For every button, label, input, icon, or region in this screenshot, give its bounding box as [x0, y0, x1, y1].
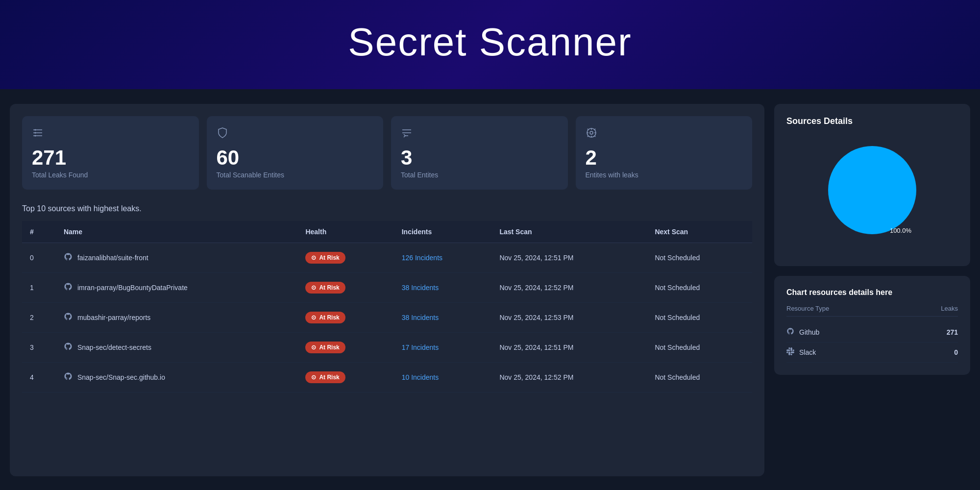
table-row: 4 Snap-sec/Snap-sec.github.io ⊙ At Risk: [22, 363, 752, 392]
stat-label-leaks: Total Leaks Found: [32, 171, 189, 179]
page-header: Secret Scanner: [0, 0, 980, 89]
resource-row: Slack 0: [786, 343, 958, 363]
svg-point-15: [594, 129, 595, 130]
cell-name: Snap-sec/Snap-sec.github.io: [56, 363, 297, 392]
right-panel: Sources Details 100.0% Chart resources d…: [774, 104, 970, 476]
cell-next-scan: Not Scheduled: [647, 303, 752, 333]
sources-title: Sources Details: [786, 116, 958, 126]
cell-next-scan: Not Scheduled: [647, 273, 752, 303]
leaks-icon: [32, 127, 189, 142]
leaks-table: # Name Health Incidents Last Scan Next S…: [22, 221, 752, 392]
cell-last-scan: Nov 25, 2024, 12:51 PM: [491, 333, 647, 363]
col-header-health: Health: [297, 221, 393, 243]
github-repo-icon: [64, 282, 73, 294]
resource-header-leaks: Leaks: [941, 305, 958, 312]
cell-health: ⊙ At Risk: [297, 243, 393, 273]
col-header-incidents: Incidents: [394, 221, 492, 243]
pie-chart: 100.0%: [818, 136, 926, 244]
cell-name: faizanalibhat/suite-front: [56, 243, 297, 273]
left-panel: 271 Total Leaks Found 60 Total Scanable …: [10, 104, 764, 476]
cell-index: 4: [22, 363, 56, 392]
cell-health: ⊙ At Risk: [297, 303, 393, 333]
svg-point-2: [35, 129, 36, 131]
stat-label-leaky-entities: Entites with leaks: [586, 171, 743, 179]
stat-card-scanable: 60 Total Scanable Entites: [207, 116, 384, 190]
cell-name: Snap-sec/detect-secrets: [56, 333, 297, 363]
resource-table-header: Resource Type Leaks: [786, 305, 958, 317]
main-content: 271 Total Leaks Found 60 Total Scanable …: [0, 89, 980, 490]
pie-chart-container: 100.0%: [786, 136, 958, 244]
cell-incidents: 38 Incidents: [394, 303, 492, 333]
table-section-title: Top 10 sources with highest leaks.: [22, 204, 752, 213]
cell-next-scan: Not Scheduled: [647, 333, 752, 363]
github-repo-icon: [64, 252, 73, 264]
svg-point-5: [35, 135, 36, 137]
chart-details-title: Chart resources details here: [786, 288, 958, 297]
cell-next-scan: Not Scheduled: [647, 243, 752, 273]
cell-health: ⊙ At Risk: [297, 333, 393, 363]
cell-index: 2: [22, 303, 56, 333]
resource-row: Github 271: [786, 322, 958, 343]
cell-name: imran-parray/BugBountyDataPrivate: [56, 273, 297, 303]
entities-icon: [401, 127, 558, 142]
resource-label: Github: [799, 328, 819, 336]
pie-label: 100.0%: [890, 227, 911, 234]
table-header-row: # Name Health Incidents Last Scan Next S…: [22, 221, 752, 243]
cell-last-scan: Nov 25, 2024, 12:51 PM: [491, 243, 647, 273]
cell-incidents: 10 Incidents: [394, 363, 492, 392]
cell-incidents: 38 Incidents: [394, 273, 492, 303]
stat-number-scanable: 60: [217, 147, 374, 168]
stats-row: 271 Total Leaks Found 60 Total Scanable …: [22, 116, 752, 190]
stat-label-entities: Total Entites: [401, 171, 558, 179]
cell-incidents: 126 Incidents: [394, 243, 492, 273]
cell-last-scan: Nov 25, 2024, 12:53 PM: [491, 303, 647, 333]
stat-label-scanable: Total Scanable Entites: [217, 171, 374, 179]
cell-health: ⊙ At Risk: [297, 363, 393, 392]
sources-card: Sources Details 100.0%: [774, 104, 970, 266]
cell-incidents: 17 Incidents: [394, 333, 492, 363]
github-repo-icon: [64, 372, 73, 383]
stat-number-leaks: 271: [32, 147, 189, 168]
svg-point-14: [587, 129, 588, 130]
stat-number-entities: 3: [401, 147, 558, 168]
cell-index: 3: [22, 333, 56, 363]
page-title: Secret Scanner: [0, 20, 980, 65]
table-row: 1 imran-parray/BugBountyDataPrivate ⊙ At…: [22, 273, 752, 303]
github-icon: [786, 327, 794, 337]
github-repo-icon: [64, 342, 73, 353]
cell-health: ⊙ At Risk: [297, 273, 393, 303]
resource-leaks-count: 271: [947, 328, 958, 336]
col-header-last-scan: Last Scan: [491, 221, 647, 243]
table-row: 2 mubashir-parray/reports ⊙ At Risk 38: [22, 303, 752, 333]
col-header-index: #: [22, 221, 56, 243]
cell-last-scan: Nov 25, 2024, 12:52 PM: [491, 363, 647, 392]
chart-details-card: Chart resources details here Resource Ty…: [774, 276, 970, 375]
resource-label: Slack: [799, 348, 816, 356]
cell-index: 0: [22, 243, 56, 273]
svg-point-18: [828, 146, 916, 234]
stat-card-leaks: 271 Total Leaks Found: [22, 116, 199, 190]
stat-number-leaky-entities: 2: [586, 147, 743, 168]
stat-card-leaky-entities: 2 Entites with leaks: [576, 116, 753, 190]
resource-header-type: Resource Type: [786, 305, 829, 312]
scanable-icon: [217, 127, 374, 142]
stat-card-entities: 3 Total Entites: [391, 116, 568, 190]
resource-leaks-count: 0: [954, 348, 958, 356]
cell-next-scan: Not Scheduled: [647, 363, 752, 392]
leaky-entities-icon: [586, 127, 743, 142]
resource-name: Github: [786, 327, 819, 337]
resource-list: Github 271 Slack 0: [786, 322, 958, 363]
col-header-name: Name: [56, 221, 297, 243]
table-row: 3 Snap-sec/detect-secrets ⊙ At Risk 17: [22, 333, 752, 363]
resource-name: Slack: [786, 347, 816, 357]
svg-point-3: [35, 132, 36, 134]
github-repo-icon: [64, 312, 73, 323]
cell-name: mubashir-parray/reports: [56, 303, 297, 333]
svg-point-16: [587, 136, 588, 137]
svg-point-17: [594, 136, 595, 137]
table-row: 0 faizanalibhat/suite-front ⊙ At Risk: [22, 243, 752, 273]
svg-point-9: [590, 131, 593, 134]
cell-index: 1: [22, 273, 56, 303]
slack-icon: [786, 347, 794, 357]
col-header-next-scan: Next Scan: [647, 221, 752, 243]
